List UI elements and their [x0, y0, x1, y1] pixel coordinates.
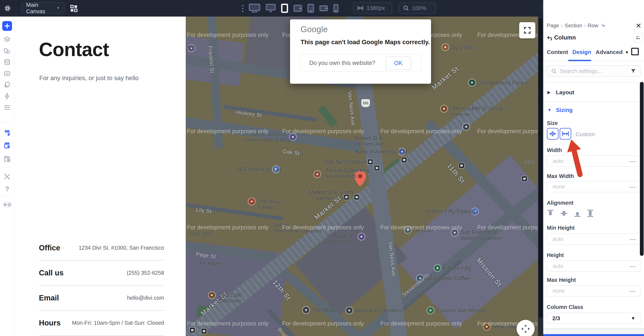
dash-icon: — [629, 183, 636, 190]
preview-frame-icon[interactable] [631, 48, 639, 55]
width-arrows-icon [357, 5, 364, 11]
section-layout[interactable]: ▶ Layout [548, 89, 574, 96]
ok-button[interactable]: OK [386, 57, 411, 70]
breadcrumb-section[interactable]: Section [565, 23, 582, 29]
gear-icon [4, 203, 7, 206]
back-return-icon[interactable] [547, 35, 553, 41]
rows-list-icon[interactable] [3, 104, 11, 111]
map-label: Zuni CaféCalifornian [218, 292, 242, 304]
panel-scrollbar-thumb[interactable] [640, 82, 644, 256]
device-tablet-landscape-icon[interactable] [293, 5, 302, 12]
height-input[interactable] [552, 263, 624, 269]
align-top-button[interactable] [546, 208, 555, 218]
map-marker-icon [346, 307, 352, 314]
canvas-selector-dropdown[interactable]: Main Canvas ▼ [22, 2, 64, 14]
map-marker-icon [402, 157, 407, 163]
min-height-field[interactable]: — [547, 233, 640, 245]
column-class-select[interactable]: 2/3 ▼ [547, 313, 640, 324]
device-phone-landscape-icon[interactable] [319, 5, 328, 12]
max-height-field[interactable]: — [547, 285, 640, 296]
canvas-width-control[interactable]: 1380px [353, 2, 392, 14]
device-desktop-icon[interactable] [266, 4, 276, 13]
contact-info-list: Office 1234 Divi St. #1000, San Francisc… [39, 235, 164, 335]
tab-design[interactable]: Design [572, 49, 591, 55]
map-watermark: For development purposes only [477, 128, 538, 135]
save-preset-icon[interactable] [3, 155, 11, 163]
canvas-scrollbar-thumb[interactable] [539, 18, 542, 318]
min-height-input[interactable] [552, 236, 624, 242]
help-icon[interactable]: ? [3, 185, 11, 193]
lightning-bolt-icon[interactable] [3, 92, 11, 100]
map-marker-icon [358, 233, 365, 240]
plus-icon [4, 23, 10, 29]
keyboard-panel-icon[interactable] [3, 70, 11, 78]
map-marker-icon [314, 171, 320, 177]
map-label: Market St &Van Ness Ave [354, 135, 384, 147]
click-interaction-icon[interactable] [3, 129, 11, 137]
breadcrumb-row[interactable]: Row [588, 23, 598, 29]
map-watermark: For development purposes only [380, 320, 462, 327]
add-module-button[interactable] [2, 21, 12, 31]
layers-icon[interactable] [3, 36, 11, 44]
breadcrumb: Page › Section › Row [547, 23, 606, 29]
max-width-field[interactable]: — [547, 181, 640, 192]
width-field[interactable]: — [547, 155, 640, 167]
layout-grid-icon[interactable] [70, 5, 78, 13]
map-fullscreen-button[interactable] [519, 22, 535, 38]
chevron-down-icon: ▼ [56, 6, 60, 10]
click-layers-interaction-icon[interactable] [3, 142, 11, 150]
settings-toggle[interactable] [3, 202, 12, 207]
builder-settings-gear-icon[interactable] [4, 5, 11, 12]
map-park [318, 105, 338, 127]
map-label: Market St & SouthVan Ness Ave [309, 189, 353, 201]
size-custom-label: Custom [576, 131, 595, 138]
tab-content[interactable]: Content [547, 49, 568, 55]
settings-search[interactable] [547, 66, 640, 77]
design-assets-icon[interactable] [3, 47, 11, 55]
device-phone-portrait-icon[interactable] [333, 4, 339, 13]
device-tablet-small-icon[interactable] [307, 4, 314, 13]
size-fill-button[interactable] [560, 128, 571, 140]
sidebar-divider [2, 122, 12, 122]
size-shrink-button[interactable] [547, 128, 558, 140]
map-label: Orangetheory Fitness [478, 80, 530, 86]
section-sizing[interactable]: ▼ Sizing [548, 107, 572, 113]
settings-panel: Page › Section › Row ✕ Column Content De… [543, 0, 644, 336]
tools-icon[interactable] [3, 173, 11, 181]
search-input[interactable] [560, 68, 628, 75]
copy-pages-icon[interactable] [3, 81, 11, 89]
height-field[interactable]: — [547, 260, 640, 272]
breadcrumb-page[interactable]: Page [547, 23, 559, 29]
tabs-overflow-chevron-icon[interactable]: ▼ [625, 50, 629, 55]
tab-advanced[interactable]: Advanced [596, 49, 622, 55]
filter-funnel-icon[interactable] [630, 68, 636, 74]
kebab-menu-icon[interactable] [241, 5, 244, 12]
element-options-button[interactable] [634, 33, 643, 43]
canvas-zoom-control[interactable]: 100% [399, 2, 436, 14]
map-label: Little Griddle @ DoughAmerican [450, 105, 505, 117]
contact-row-value: Mon-Fri: 10am-5pm / Sat-Sun: Closed [72, 320, 164, 326]
max-width-input[interactable] [552, 183, 624, 190]
page-subtitle: For any inquiries, or just to say hello [39, 75, 138, 82]
map-watermark: For development purposes only [187, 128, 268, 135]
device-tablet-portrait-active-icon[interactable] [281, 4, 288, 13]
map-label: Van Ness Ave [346, 91, 356, 126]
map-label: Jay's Grill [450, 44, 473, 51]
width-input[interactable] [552, 158, 624, 164]
max-height-label: Max Height [547, 277, 576, 283]
close-icon[interactable]: ✕ [636, 22, 641, 30]
align-stretch-button[interactable] [585, 208, 595, 218]
align-bottom-button[interactable] [572, 208, 582, 218]
column-class-value: 2/3 [552, 315, 560, 321]
max-height-input[interactable] [552, 288, 624, 294]
map-marker-icon [522, 176, 527, 181]
align-middle-button[interactable] [559, 208, 569, 218]
height-label: Height [547, 252, 564, 258]
module-move-button[interactable] [516, 320, 534, 336]
map-watermark: For development purposes only [187, 32, 268, 38]
database-icon[interactable] [3, 58, 11, 66]
sidebar-divider [2, 196, 12, 197]
contact-row: Call us (255) 352-6258 [39, 260, 164, 285]
device-desktop-large-icon[interactable] [248, 4, 260, 13]
caret-down-icon: ▼ [548, 108, 552, 113]
